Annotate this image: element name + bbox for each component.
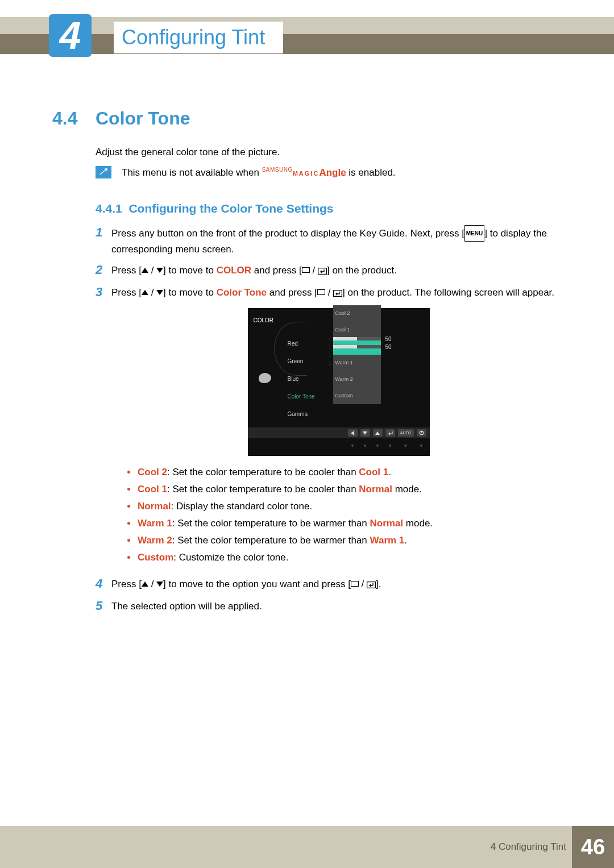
color-keyword: COLOR [217,265,251,276]
section-title: Color Tone [96,108,190,129]
osd-footer-up-icon [373,429,383,437]
bullet-ref: Warm 1 [370,535,405,546]
bullet-term: Custom [138,552,173,563]
step-text: and press [ [267,287,317,298]
osd-label-color-tone: Color Tone [276,388,327,405]
bullet-term: Normal [138,501,171,512]
subsection-number: 4.4.1 [96,202,122,215]
bullet-cool2: Cool 2: Set the color temperature to be … [127,464,566,481]
note-icon [96,166,111,178]
bullet-end: . [388,467,391,477]
page-number: 46 [572,826,614,868]
subsection-name: Configuring the Color Tone Settings [128,202,333,215]
step-body: The selected option will be applied. [111,599,566,614]
bullet-end: mode. [392,484,422,495]
rect-button-icon [302,267,310,273]
steps-list: 1 Press any button on the front of the p… [96,225,566,620]
osd-footer-enter-icon [385,429,395,437]
note-angle: Angle [319,167,346,177]
osd-footer-auto: AUTO [398,429,414,437]
step-number: 3 [96,285,111,571]
bullet-term: Warm 2 [138,535,172,546]
step-text: Press any button on the front of the pro… [111,228,464,239]
osd-dropdown: Cool 2 Cool 1 Normal Warm 1 Warm 2 Custo… [333,305,381,404]
bullet-term: Cool 1 [138,484,167,495]
menu-button-icon: MENU [464,225,484,242]
note-row: This menu is not available when SAMSUNGM… [96,166,396,178]
bullet-ref: Normal [370,518,404,529]
rect-button-icon [351,581,359,587]
step-4: 4 Press [ / ] to move to the option you … [96,576,566,593]
enter-button-icon [367,578,376,593]
bullet-end: . [404,535,407,546]
osd-label-gamma: Gamma [276,405,327,423]
bullet-desc: : Set the color temperature to be cooler… [167,467,359,477]
down-arrow-icon [156,582,163,587]
osd-option-cool1: Cool 1 [333,322,381,338]
bullet-warm1: Warm 1: Set the color temperature to be … [127,515,566,532]
bullet-desc: : Set the color temperature to be warmer… [172,518,370,529]
osd-option-warm2: Warm 2 [333,371,381,388]
step-text: Press [ [111,579,142,589]
osd-footer-left-icon [348,429,358,437]
note-suffix: is enabled. [346,167,396,177]
step-text: ] to move to [163,287,217,298]
osd-footer-marks: ▼▼▼▼▼▼ [248,438,430,456]
step-2: 2 Press [ / ] to move to COLOR and press… [96,263,566,279]
color-tone-keyword: Color Tone [217,287,267,298]
footer-text: 4 Configuring Tint [491,826,566,868]
up-arrow-icon [142,582,148,587]
header-band-light [0,17,614,34]
osd-footer: AUTO [248,427,430,438]
step-body: Press [ / ] to move to COLOR and press [… [111,263,566,279]
palette-icon [259,373,271,383]
enter-button-icon [318,264,327,279]
osd-green-value: 50 [385,339,400,355]
step-text: ] to move to the option you want and pre… [163,579,351,589]
step-body: Press any button on the front of the pro… [111,225,566,257]
bullet-term: Warm 1 [138,518,172,529]
svg-rect-4 [367,582,376,588]
up-arrow-icon [142,290,148,295]
step-text: ]. [376,579,381,589]
bullet-desc: : Set the color temperature to be cooler… [167,484,359,495]
section-intro: Adjust the general color tone of the pic… [96,147,280,158]
bullet-end: mode. [403,518,433,529]
bullet-term: Cool 2 [138,467,167,477]
chapter-number-badge: 4 [49,14,92,57]
osd-footer-down-icon [360,429,370,437]
step-1: 1 Press any button on the front of the p… [96,225,566,257]
option-descriptions: Cool 2: Set the color temperature to be … [127,464,566,566]
bullet-desc: : Customize the color tone. [173,552,288,563]
note-samsung: SAMSUNG [262,167,293,173]
step-text: ] on the product. [327,265,397,276]
osd-values: :50 :50 : Cool 2 Cool 1 Normal Warm 1 Wa… [327,333,424,423]
section-number: 4.4 [52,108,77,129]
osd-option-warm1: Warm 1 [333,355,381,371]
step-3: 3 Press [ / ] to move to Color Tone and … [96,285,566,571]
down-arrow-icon [156,290,163,295]
up-arrow-icon [142,268,148,273]
svg-rect-0 [318,268,327,275]
bullet-cool1: Cool 1: Set the color temperature to be … [127,481,566,498]
svg-rect-1 [334,290,342,297]
osd-option-custom: Custom [333,388,381,404]
note-text: This menu is not available when SAMSUNGM… [122,167,396,178]
rect-button-icon [317,289,325,295]
step-text: ] to move to [163,265,217,276]
note-prefix: This menu is not available when [122,167,262,177]
step-text: ] on the product. The following screen w… [342,287,554,298]
bullet-ref: Cool 1 [359,467,388,477]
osd-option-cool2: Cool 2 [333,305,381,322]
chapter-title: Configuring Tint [114,22,283,53]
step-body: Press [ / ] to move to Color Tone and pr… [111,285,566,571]
step-text: Press [ [111,265,142,276]
step-text: Press [ [111,287,142,298]
bullet-desc: : Display the standard color tone. [171,501,313,512]
osd-footer-power-icon [417,429,426,437]
bullet-custom: Custom: Customize the color tone. [127,549,566,566]
step-number: 2 [96,263,111,279]
step-number: 4 [96,576,111,593]
step-number: 5 [96,599,111,614]
bullet-ref: Normal [359,484,392,495]
